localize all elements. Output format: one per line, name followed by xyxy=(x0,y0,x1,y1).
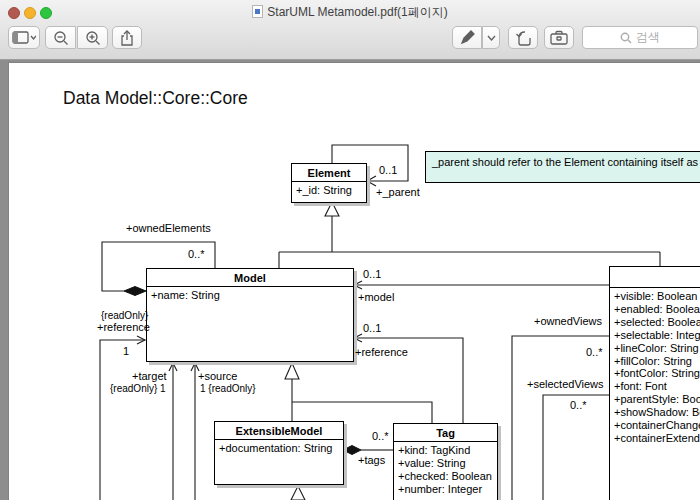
label-source: +source xyxy=(198,370,237,382)
markup-pen-icon xyxy=(460,30,475,45)
search-placeholder: 검색 xyxy=(636,29,660,46)
label-reference2-mult: 0..1 xyxy=(363,322,381,334)
label-parent-mult: 0..1 xyxy=(379,164,397,176)
class-element[interactable]: Element +_id: String xyxy=(291,163,367,203)
class-tag-name: Tag xyxy=(394,424,497,442)
label-reference-left: +reference xyxy=(97,321,150,333)
label-tags: +tags xyxy=(358,454,385,466)
sidebar-icon xyxy=(12,31,36,44)
label-owned-elements-mult: 0..* xyxy=(188,248,205,260)
label-target-readonly: {readOnly} 1 xyxy=(110,383,166,394)
class-model[interactable]: Model +name: String xyxy=(146,268,354,362)
sidebar-view-button[interactable] xyxy=(8,26,40,49)
label-model: +model xyxy=(358,291,394,303)
label-owned-views: +ownedViews xyxy=(534,315,602,327)
class-model-attributes: +name: String xyxy=(147,287,353,304)
rotate-left-icon xyxy=(515,30,532,46)
toolbox-button[interactable] xyxy=(544,26,574,49)
class-tag[interactable]: Tag +kind: TagKind+value: String+checked… xyxy=(393,423,498,500)
label-model-mult: 0..1 xyxy=(363,268,381,280)
class-extensible-model-attributes: +documentation: String xyxy=(215,440,343,457)
toolbar: 검색 xyxy=(0,22,700,59)
chevron-down-icon xyxy=(487,35,496,41)
zoom-in-icon xyxy=(85,30,101,46)
toolbox-icon xyxy=(550,30,568,45)
label-selected-views-mult: 0..* xyxy=(570,399,587,411)
zoom-in-button[interactable] xyxy=(77,26,108,49)
zoom-out-icon xyxy=(53,30,69,46)
class-tag-attributes: +kind: TagKind+value: String+checked: Bo… xyxy=(394,442,497,498)
label-owned-views-mult: 0..* xyxy=(586,346,603,358)
window-header: StarUML Metamodel.pdf(1페이지) xyxy=(0,0,700,60)
label-tags-mult: 0..* xyxy=(372,430,389,442)
search-input[interactable]: 검색 xyxy=(582,26,698,49)
share-button[interactable] xyxy=(112,26,142,49)
label-parent: +_parent xyxy=(376,186,420,198)
share-icon xyxy=(120,30,134,46)
uml-note: _parent should refer to the Element cont… xyxy=(425,151,700,183)
label-reference2: +reference xyxy=(355,346,408,358)
zoom-out-button[interactable] xyxy=(45,26,76,49)
rotate-button[interactable] xyxy=(508,26,538,49)
class-model-name: Model xyxy=(147,269,353,287)
window-title: StarUML Metamodel.pdf(1페이지) xyxy=(267,5,447,19)
label-reference-left-mult: 1 xyxy=(123,345,129,357)
window-title-area: StarUML Metamodel.pdf(1페이지) xyxy=(0,4,700,21)
label-readonly-left: {readOnly} xyxy=(101,310,148,321)
label-selected-views: +selectedViews xyxy=(527,378,604,390)
class-view-attributes: +visible: Boolean+enabled: Boolean+selec… xyxy=(610,288,700,447)
class-view-name xyxy=(610,267,700,288)
class-element-attributes: +_id: String xyxy=(292,182,366,199)
search-icon xyxy=(620,32,632,44)
markup-menu-button[interactable] xyxy=(482,26,500,49)
class-extensible-model[interactable]: ExtensibleModel +documentation: String xyxy=(214,421,344,485)
pdf-document-icon xyxy=(252,5,263,18)
class-view[interactable]: +visible: Boolean+enabled: Boolean+selec… xyxy=(609,266,700,500)
titlebar[interactable]: StarUML Metamodel.pdf(1페이지) xyxy=(0,0,700,22)
class-extensible-model-name: ExtensibleModel xyxy=(215,422,343,440)
label-owned-elements: +ownedElements xyxy=(126,222,211,234)
label-source-readonly: 1 {readOnly} xyxy=(200,383,256,394)
pdf-page xyxy=(8,62,700,500)
label-target: +target xyxy=(132,370,167,382)
diagram-title: Data Model::Core::Core xyxy=(63,88,248,109)
class-element-name: Element xyxy=(292,164,366,182)
markup-button[interactable] xyxy=(452,26,482,49)
